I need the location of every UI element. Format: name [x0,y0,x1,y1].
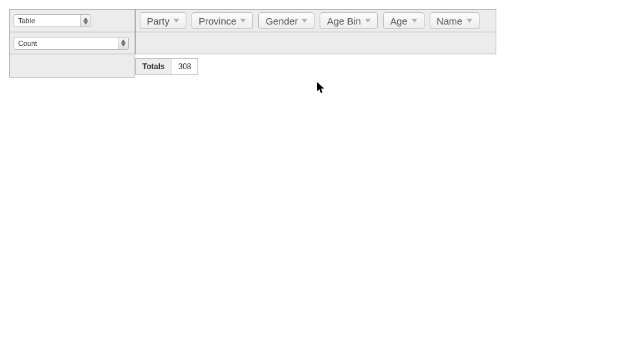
unused-attributes-area[interactable]: Party Province Gender Age Bin Age Name [135,9,496,32]
select-stepper-icon [118,37,128,49]
attr-pill-party[interactable]: Party [140,12,186,29]
pivot-result-area: Totals 308 [135,54,618,75]
caret-down-icon [240,19,246,23]
table-row: Totals 308 [136,59,198,75]
attr-label: Name [437,16,463,27]
aggregator-select-value: Count [18,39,37,47]
renderer-select[interactable]: Table [14,14,91,27]
attr-pill-age[interactable]: Age [383,12,424,29]
caret-down-icon [467,19,472,23]
pivot-table: Totals 308 [135,58,198,75]
aggregator-cell: Count [9,32,135,54]
attr-label: Age [390,16,408,27]
attr-label: Gender [265,16,298,27]
attr-pill-province[interactable]: Province [192,12,253,29]
mouse-cursor-icon [317,82,326,87]
select-stepper-icon [80,15,91,27]
caret-down-icon [412,19,417,23]
attr-pill-age-bin[interactable]: Age Bin [320,12,378,29]
caret-down-icon [173,19,179,23]
attr-label: Province [199,16,236,27]
renderer-select-value: Table [18,17,35,25]
attr-pill-gender[interactable]: Gender [258,12,314,29]
columns-drop-zone[interactable] [135,32,496,54]
attr-label: Party [147,16,170,27]
rows-drop-zone[interactable] [9,54,135,78]
totals-header: Totals [136,59,171,75]
attr-label: Age Bin [327,16,361,27]
caret-down-icon [365,19,371,23]
totals-value: 308 [171,59,198,75]
attr-pill-name[interactable]: Name [430,12,479,29]
renderer-cell: Table [9,9,135,32]
aggregator-select[interactable]: Count [14,37,129,50]
caret-down-icon [302,19,307,23]
